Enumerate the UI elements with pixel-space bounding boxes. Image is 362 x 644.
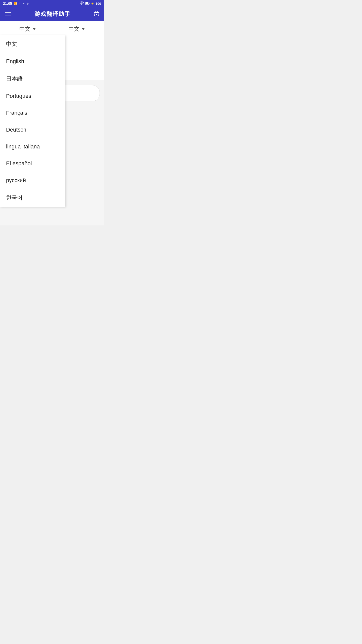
status-time: 21:05 <box>3 2 12 6</box>
dropdown-item-es[interactable]: El español <box>0 155 65 172</box>
battery-level: 100 <box>96 2 101 6</box>
dropdown-item-ja[interactable]: 日本語 <box>0 70 65 88</box>
dropdown-item-ru[interactable]: русский <box>0 172 65 189</box>
main-content: 中文 中文 you miss me, I miss you too 思我的时候，… <box>0 21 104 225</box>
dropdown-item-zh[interactable]: 中文 <box>0 35 65 53</box>
language-dropdown: 中文English日本語PortuguesFrançaisDeutschling… <box>0 35 65 207</box>
source-lang-label: 中文 <box>19 25 30 33</box>
dropdown-item-pt[interactable]: Portugues <box>0 88 65 105</box>
app-title: 游戏翻译助手 <box>34 10 71 18</box>
hamburger-menu-button[interactable] <box>4 11 12 17</box>
dropdown-item-de[interactable]: Deutsch <box>0 122 65 138</box>
source-lang-selector[interactable]: 中文 <box>4 25 51 33</box>
status-bar: 21:05 📶 ⬇ ✉ ⊙ ⚡ 100 <box>0 0 104 7</box>
status-right: ⚡ 100 <box>80 2 101 6</box>
source-lang-arrow <box>32 28 36 30</box>
target-lang-label: 中文 <box>68 25 79 33</box>
wifi-icon <box>80 2 84 6</box>
svg-point-3 <box>96 14 97 15</box>
dropdown-item-ko[interactable]: 한국어 <box>0 189 65 207</box>
clock-icon: ⊙ <box>26 2 29 5</box>
status-left: 21:05 📶 ⬇ ✉ ⊙ <box>3 2 29 6</box>
bag-button[interactable] <box>93 11 100 18</box>
svg-rect-2 <box>85 2 88 4</box>
dropdown-item-it[interactable]: lingua italiana <box>0 138 65 155</box>
language-row: 中文 中文 <box>0 21 104 37</box>
target-lang-arrow <box>81 28 85 30</box>
svg-rect-1 <box>89 3 89 4</box>
usb-icon: ⬇ <box>19 2 21 5</box>
sim-icon: 📶 <box>14 2 17 5</box>
app-header: 游戏翻译助手 <box>0 7 104 21</box>
charging-icon: ⚡ <box>91 2 94 5</box>
dropdown-item-en[interactable]: English <box>0 53 65 70</box>
battery-outline-icon <box>85 2 89 6</box>
target-lang-selector[interactable]: 中文 <box>53 25 100 33</box>
email-icon: ✉ <box>23 2 25 5</box>
dropdown-item-fr[interactable]: Français <box>0 105 65 122</box>
